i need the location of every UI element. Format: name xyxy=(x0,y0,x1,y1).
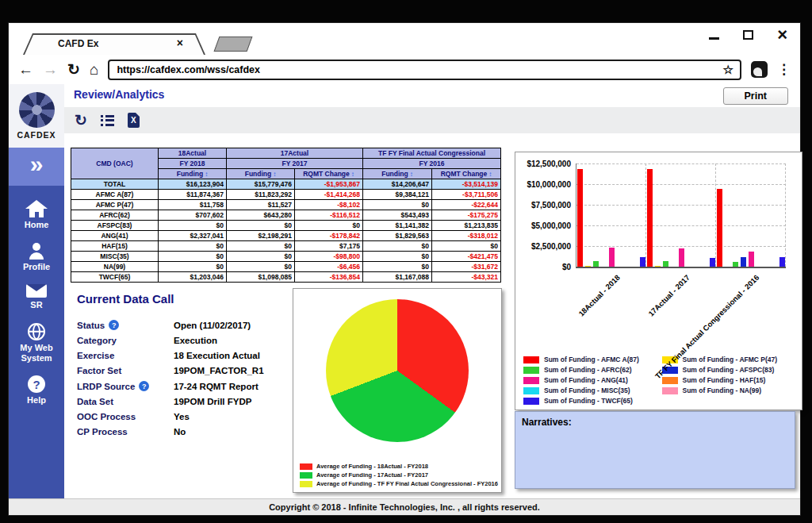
titlebar: CAFD Ex × × xyxy=(9,23,800,55)
help-badge-icon[interactable]: ? xyxy=(139,381,149,391)
legend-item: Sum of Funding - MISC(35) xyxy=(523,386,659,394)
legend-item: Sum of Funding - NA(99) xyxy=(662,386,798,394)
legend-item: Sum of Funding - HAF(15) xyxy=(662,376,798,384)
cell-value: -$43,321 xyxy=(432,272,501,283)
sidebar-item-sr[interactable]: SR xyxy=(26,284,47,310)
funding-table-body: TOTAL$16,123,904$15,779,476-$1,953,867$1… xyxy=(71,179,501,283)
cell-value: $0 xyxy=(363,241,432,252)
row-label: AFSPC(83) xyxy=(71,221,159,231)
cell-value: $0 xyxy=(159,262,227,272)
column-header-funding: Funding↕ xyxy=(363,169,432,179)
main-content: Review/Analytics ↻ X Print CMD (OAC) 18A… xyxy=(64,84,800,499)
sort-icon[interactable]: ↕ xyxy=(351,171,354,178)
window-minimize-icon[interactable] xyxy=(709,37,719,40)
legend-swatch xyxy=(523,356,539,363)
tab-close-icon[interactable]: × xyxy=(177,37,183,49)
legend-label: Sum of Funding - MISC(35) xyxy=(544,386,630,394)
help-icon: ? xyxy=(28,375,45,393)
field-label-text: OOC Process xyxy=(77,412,136,421)
legend-item: Sum of Funding - AFMC A(87) xyxy=(523,356,659,363)
field-label: Data Set xyxy=(77,397,174,406)
cell-value: -$3,514,139 xyxy=(432,179,501,190)
bar-AFSPC(83) xyxy=(741,257,746,267)
sidebar-item-label: Help xyxy=(27,395,46,406)
column-header-funding: Funding↕ xyxy=(227,169,295,179)
bar-ANG(41) xyxy=(679,248,684,267)
cell-value: $0 xyxy=(227,262,295,272)
y-axis-tick-label: $7,500,000 xyxy=(531,201,571,210)
sort-icon[interactable]: ↕ xyxy=(273,171,276,178)
cell-value: $1,829,563 xyxy=(363,231,432,241)
sort-icon[interactable]: ↕ xyxy=(205,171,208,178)
browser-refresh-icon[interactable]: ↻ xyxy=(67,62,80,77)
envelope-icon xyxy=(26,284,47,298)
field-label-text: Status xyxy=(77,321,105,330)
tab-title: CAFD Ex xyxy=(58,38,98,49)
cell-value: $1,141,382 xyxy=(363,221,432,231)
excel-export-icon[interactable]: X xyxy=(128,113,140,128)
legend-item: Sum of Funding - TWCF(65) xyxy=(523,397,659,405)
refresh-icon[interactable]: ↻ xyxy=(75,113,87,128)
cell-value: $1,203,046 xyxy=(159,272,227,283)
data-call-row: LRDP Source?17-24 RQMT Report xyxy=(77,381,288,391)
bar-chart-panel: Sum of Funding - AFMC A(87)Sum of Fundin… xyxy=(515,152,802,410)
print-button[interactable]: Print xyxy=(723,87,788,105)
cell-value: -$98,800 xyxy=(295,252,363,262)
cell-value: -$175,275 xyxy=(432,210,501,221)
bar-AFMC P(47) xyxy=(585,266,591,267)
field-label: Exercise xyxy=(77,351,174,360)
y-axis-tick-label: $12,500,000 xyxy=(527,160,571,168)
browser-menu-icon[interactable]: ⋮ xyxy=(777,61,791,78)
new-tab-button[interactable] xyxy=(214,37,253,52)
sidebar-item-help[interactable]: ? Help xyxy=(27,375,46,406)
sidebar-item-profile[interactable]: Profile xyxy=(23,243,50,272)
app-logo: CAFDEX xyxy=(9,84,64,148)
browser-navbar: ← → ↻ ⌂ https://cafdex.com/wss/cafdex ☆ … xyxy=(9,55,800,84)
bar-AFRC(62) xyxy=(733,262,738,267)
help-badge-icon[interactable]: ? xyxy=(109,320,119,330)
bar-TWCF(65) xyxy=(640,257,645,267)
gridline-horizontal xyxy=(576,225,786,226)
narratives-box[interactable]: Narratives: xyxy=(515,411,795,489)
legend-label: Average of Funding - TF FY Final Actual … xyxy=(316,480,498,487)
field-value: 18 Execution Actual xyxy=(174,351,260,360)
field-label: LRDP Source? xyxy=(77,381,174,391)
bookmark-star-icon[interactable]: ☆ xyxy=(723,63,733,77)
window-close-icon[interactable]: × xyxy=(777,28,787,42)
window-maximize-icon[interactable] xyxy=(743,30,753,40)
sidebar-expand-button[interactable]: » xyxy=(9,148,64,186)
field-value: 17-24 RQMT Report xyxy=(174,382,259,391)
list-view-icon[interactable] xyxy=(101,115,114,126)
row-label: HAF(15) xyxy=(71,241,159,252)
bar-AFMC P(47) xyxy=(655,266,661,267)
page-title: Review/Analytics xyxy=(74,88,164,101)
browser-tab[interactable]: CAFD Ex × xyxy=(23,33,205,55)
sort-icon[interactable]: ↕ xyxy=(410,171,413,178)
field-value: Yes xyxy=(174,412,190,421)
legend-label: Sum of Funding - HAF(15) xyxy=(683,376,766,384)
sidebar-item-home[interactable]: Home xyxy=(25,200,49,230)
back-icon[interactable]: ← xyxy=(18,62,33,77)
field-value: Open (11/02/2017) xyxy=(174,321,251,330)
sidebar-item-my-web-system[interactable]: My Web System xyxy=(9,323,64,363)
url-bar[interactable]: https://cafdex.com/wss/cafdex ☆ xyxy=(108,60,741,80)
sort-icon[interactable]: ↕ xyxy=(488,171,492,178)
row-label: AFMC A(87) xyxy=(71,190,159,200)
data-call-row: CP ProcessNo xyxy=(77,427,288,436)
forward-icon[interactable]: → xyxy=(43,62,58,77)
field-value: No xyxy=(174,427,186,436)
browser-profile-icon[interactable] xyxy=(751,61,768,78)
bar-ANG(41) xyxy=(749,252,754,267)
cell-value: -$8,102 xyxy=(295,200,363,210)
field-value: 19POM_FACTOR_R1 xyxy=(174,366,264,375)
cell-value: -$178,842 xyxy=(295,231,363,241)
bar-plot xyxy=(576,163,786,268)
data-call-row: CategoryExecution xyxy=(77,336,288,345)
row-label: TOTAL xyxy=(71,179,159,190)
field-label-text: LRDP Source xyxy=(77,382,135,391)
legend-label: Sum of Funding - AFMC A(87) xyxy=(544,356,639,363)
legend-label: Sum of Funding - ANG(41) xyxy=(544,376,628,384)
browser-home-icon[interactable]: ⌂ xyxy=(90,62,98,77)
sidebar-item-label: My Web System xyxy=(9,343,64,363)
column-header-funding: Funding↕ xyxy=(159,169,227,179)
